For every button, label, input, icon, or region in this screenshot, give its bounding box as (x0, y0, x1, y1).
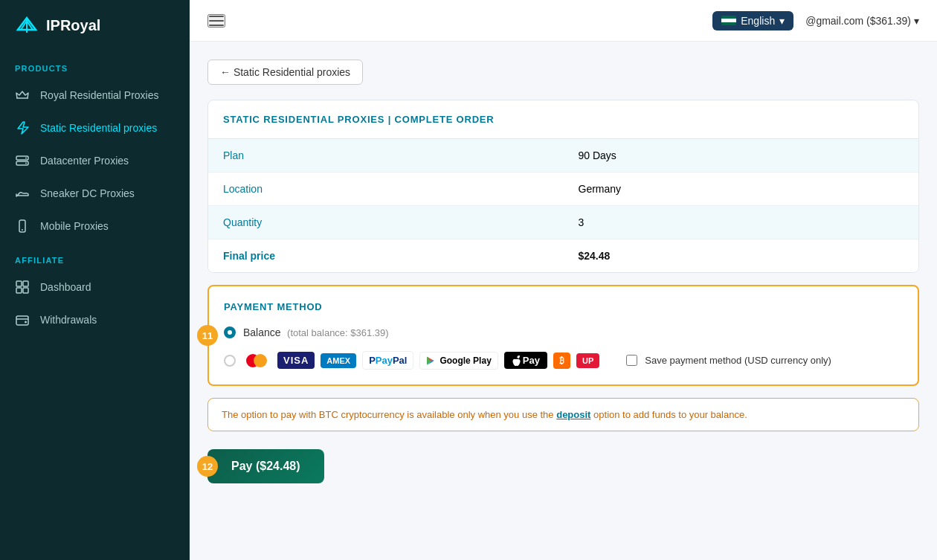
grid-icon (15, 280, 30, 295)
radio-inner (228, 330, 232, 335)
payment-methods-save-row: VISA AMEX PPayPal (224, 351, 903, 370)
pay-button-wrapper: 12 Pay ($24.48) (207, 449, 324, 483)
wallet-icon (15, 312, 30, 327)
unionpay-icon: UP (576, 353, 599, 368)
payment-section-wrapper: 11 PAYMENT METHOD Balance (total balance… (207, 285, 919, 386)
chevron-down-icon: ▾ (779, 15, 785, 27)
save-payment-label: Save payment method (USD currency only) (645, 355, 831, 366)
amex-icon: AMEX (321, 353, 356, 368)
payment-title: PAYMENT METHOD (224, 301, 903, 312)
sidebar-item-label: Datacenter Proxies (40, 155, 129, 167)
sidebar-item-label: Dashboard (40, 281, 91, 293)
svg-point-12 (25, 321, 27, 324)
svg-point-3 (25, 158, 27, 159)
user-account[interactable]: @gmail.com ($361.39) ▾ (805, 15, 919, 27)
other-payment-radio[interactable] (224, 355, 236, 367)
step-11-badge: 11 (197, 325, 218, 346)
table-row: Quantity 3 (208, 206, 918, 239)
mc-orange-circle (254, 354, 267, 367)
play-store-logo (426, 355, 437, 366)
mobile-icon (15, 219, 30, 234)
logo-text: IPRoyal (46, 17, 100, 34)
ar-flag-icon (721, 16, 736, 25)
order-title: STATIC RESIDENTIAL PROXIES | COMPLETE OR… (208, 100, 918, 139)
bolt-icon (15, 120, 30, 135)
language-selector[interactable]: English ▾ (712, 11, 793, 30)
affiliate-section-label: AFFILIATE (0, 242, 190, 271)
sidebar-item-royal-residential[interactable]: Royal Residential Proxies (0, 79, 190, 112)
final-price-label: Final price (208, 239, 564, 273)
sidebar-item-label: Withdrawals (40, 314, 97, 326)
sidebar-item-mobile[interactable]: Mobile Proxies (0, 210, 190, 242)
sidebar-item-datacenter[interactable]: Datacenter Proxies (0, 144, 190, 177)
products-section-label: PRODUCTS (0, 51, 190, 79)
back-button[interactable]: ← Static Residential proxies (207, 59, 363, 85)
quantity-value: 3 (564, 206, 919, 239)
crown-icon (15, 88, 30, 103)
main-area: English ▾ @gmail.com ($361.39) ▾ ← Stati… (190, 0, 937, 560)
location-value: Germany (564, 173, 919, 206)
sidebar-item-static-residential[interactable]: Static Residential proxies (0, 112, 190, 144)
shoe-icon (15, 186, 30, 201)
deposit-link[interactable]: deposit (556, 409, 590, 420)
apple-logo (512, 355, 521, 366)
topbar: English ▾ @gmail.com ($361.39) ▾ (190, 0, 937, 42)
location-label: Location (208, 173, 564, 206)
svg-rect-11 (16, 316, 28, 325)
topbar-left (207, 14, 225, 28)
topbar-right: English ▾ @gmail.com ($361.39) ▾ (712, 11, 919, 30)
logo-icon (15, 13, 39, 37)
coinbase-icon: ₿ (553, 353, 570, 369)
hamburger-line3 (209, 25, 224, 26)
server-icon (15, 153, 30, 168)
content-area: ← Static Residential proxies STATIC RESI… (190, 42, 937, 560)
google-play-label: Google Play (439, 355, 491, 366)
final-price-value: $24.48 (564, 239, 919, 273)
pay-button[interactable]: Pay ($24.48) (207, 449, 324, 483)
google-play-icon: Google Play (419, 352, 498, 370)
balance-option[interactable]: Balance (total balance: $361.39) (224, 326, 903, 339)
btc-notice-text1: The option to pay with BTC cryptocurrenc… (222, 409, 554, 420)
table-row: Location Germany (208, 173, 918, 206)
account-chevron-icon: ▾ (914, 15, 919, 27)
mastercard-icon (242, 353, 271, 369)
btc-notice-text2: option to add funds to your balance. (593, 409, 747, 420)
order-summary-card: STATIC RESIDENTIAL PROXIES | COMPLETE OR… (207, 100, 919, 273)
svg-rect-7 (16, 281, 22, 286)
quantity-label: Quantity (208, 206, 564, 239)
sidebar: IPRoyal PRODUCTS Royal Residential Proxi… (0, 0, 190, 560)
save-method-row: Save payment method (USD currency only) (626, 355, 831, 366)
svg-rect-9 (16, 288, 22, 293)
table-row: Plan 90 Days (208, 139, 918, 173)
order-table: Plan 90 Days Location Germany Quantity 3… (208, 139, 918, 272)
step-12-badge: 12 (197, 456, 218, 477)
hamburger-button[interactable] (207, 14, 225, 28)
user-email: @gmail.com ($361.39) (805, 15, 911, 27)
sidebar-item-dashboard[interactable]: Dashboard (0, 271, 190, 303)
payment-methods-row: VISA AMEX PPayPal (224, 351, 599, 370)
sidebar-item-sneaker-dc[interactable]: Sneaker DC Proxies (0, 177, 190, 210)
save-payment-checkbox[interactable] (626, 355, 637, 366)
sidebar-item-label: Sneaker DC Proxies (40, 187, 135, 199)
paypal-icon: PPayPal (362, 351, 413, 370)
svg-rect-10 (23, 288, 28, 293)
hamburger-line2 (209, 20, 224, 22)
plan-label: Plan (208, 139, 564, 173)
balance-label: Balance (total balance: $361.39) (243, 326, 389, 339)
language-label: English (741, 15, 775, 27)
sidebar-item-label: Royal Residential Proxies (40, 89, 159, 101)
hamburger-line1 (209, 16, 224, 17)
svg-point-6 (22, 229, 23, 231)
plan-value: 90 Days (564, 139, 919, 173)
svg-point-4 (25, 163, 27, 164)
btc-notice: The option to pay with BTC cryptocurrenc… (207, 398, 919, 431)
payment-method-card: PAYMENT METHOD Balance (total balance: $… (207, 285, 919, 386)
sidebar-item-label: Mobile Proxies (40, 220, 109, 232)
sidebar-logo: IPRoyal (0, 0, 190, 51)
final-price-row: Final price $24.48 (208, 239, 918, 273)
sidebar-item-label: Static Residential proxies (40, 122, 157, 134)
svg-rect-8 (23, 281, 28, 286)
sidebar-item-withdrawals[interactable]: Withdrawals (0, 303, 190, 336)
visa-icon: VISA (277, 352, 315, 369)
balance-radio[interactable] (224, 326, 236, 338)
